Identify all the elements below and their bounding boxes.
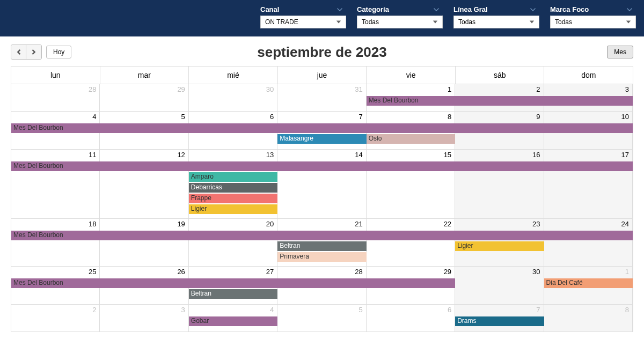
weekday-cell: sáb bbox=[456, 67, 545, 84]
day-cell[interactable]: 29 bbox=[100, 84, 188, 111]
event-bar[interactable]: Gobar bbox=[189, 316, 277, 326]
chevron-down-icon bbox=[336, 6, 343, 13]
weekday-cell: dom bbox=[544, 67, 633, 84]
chevron-down-icon bbox=[530, 6, 536, 13]
weekday-cell: lun bbox=[11, 67, 100, 84]
weekday-cell: mar bbox=[100, 67, 189, 84]
filter-label-text: Canal bbox=[260, 5, 279, 13]
event-bar[interactable]: Malasangre bbox=[277, 134, 366, 144]
event-bar[interactable]: Dia Del Café bbox=[544, 278, 633, 288]
day-cell[interactable]: 2 bbox=[11, 305, 100, 331]
week-row: 2526272829301Mes Del BourbonDia Del Café… bbox=[11, 266, 633, 304]
event-bar[interactable]: Mes Del Bourbon bbox=[11, 278, 455, 288]
event-bar[interactable]: Debarricas bbox=[189, 183, 277, 193]
filter-value: Todas bbox=[362, 18, 379, 26]
month-title: septiembre de 2023 bbox=[257, 44, 386, 61]
filter-label: Categoría bbox=[357, 5, 443, 13]
event-bar[interactable]: Mes Del Bourbon bbox=[367, 96, 633, 106]
day-cell[interactable]: 14 bbox=[277, 150, 366, 218]
day-cell[interactable]: 30 bbox=[189, 84, 277, 111]
day-cell[interactable]: 30 bbox=[455, 267, 544, 304]
event-bar[interactable]: Primavera bbox=[277, 252, 366, 262]
calendar-wrapper: Hoy septiembre de 2023 Mes lunmarmiéjuev… bbox=[0, 36, 644, 340]
day-cell[interactable]: 18 bbox=[11, 219, 100, 266]
day-cell[interactable]: 28 bbox=[11, 84, 100, 111]
event-bar[interactable]: Drams bbox=[455, 316, 544, 326]
filter-select[interactable]: Todas bbox=[453, 16, 539, 28]
day-cell[interactable]: 11 bbox=[11, 150, 100, 218]
today-button[interactable]: Hoy bbox=[46, 46, 71, 58]
chevron-down-icon bbox=[433, 19, 438, 25]
weekday-row: lunmarmiéjueviesábdom bbox=[11, 67, 633, 84]
filter-label-text: Marca Foco bbox=[550, 5, 589, 13]
weekday-cell: vie bbox=[367, 67, 456, 84]
day-cell[interactable]: 17 bbox=[544, 150, 633, 218]
chevron-down-icon bbox=[626, 19, 631, 25]
event-bar[interactable]: Mes Del Bourbon bbox=[11, 161, 633, 171]
nav-buttons bbox=[11, 45, 42, 60]
calendar-header: Hoy septiembre de 2023 Mes bbox=[11, 45, 633, 60]
filter-value: Todas bbox=[458, 18, 475, 26]
chevron-down-icon bbox=[336, 19, 341, 25]
filter-select[interactable]: ON TRADE bbox=[260, 16, 346, 28]
event-bar[interactable]: Mes Del Bourbon bbox=[11, 231, 633, 240]
filter-group: Marca Foco Todas bbox=[550, 5, 636, 28]
day-cell[interactable]: 15 bbox=[367, 150, 455, 218]
filter-label-text: Categoría bbox=[357, 5, 389, 13]
event-bar[interactable]: Ligier bbox=[189, 204, 277, 214]
event-bar[interactable]: Beltran bbox=[189, 289, 277, 299]
event-bar[interactable]: Amparo bbox=[189, 172, 277, 182]
week-row: 2345678GobarDrams bbox=[11, 304, 633, 331]
filter-value: ON TRADE bbox=[265, 18, 298, 26]
calendar-grid: lunmarmiéjueviesábdom 28293031123Mes Del… bbox=[11, 66, 633, 332]
prev-month-button[interactable] bbox=[11, 45, 26, 59]
day-cell[interactable]: 19 bbox=[100, 219, 188, 266]
week-row: 45678910Mes Del BourbonMalasangreOslo bbox=[11, 111, 633, 149]
chevron-down-icon bbox=[626, 6, 633, 13]
day-cell[interactable]: 16 bbox=[455, 150, 544, 218]
filter-select[interactable]: Todas bbox=[357, 16, 443, 28]
day-cell[interactable]: 24 bbox=[544, 219, 633, 266]
day-cell[interactable]: 6 bbox=[367, 305, 455, 331]
filter-label: Marca Foco bbox=[550, 5, 636, 13]
filter-value: Todas bbox=[555, 18, 572, 26]
day-cell[interactable]: 12 bbox=[100, 150, 188, 218]
chevron-left-icon bbox=[17, 49, 21, 55]
event-bar[interactable]: Mes Del Bourbon bbox=[11, 123, 633, 133]
weekday-cell: mié bbox=[189, 67, 278, 84]
filter-group: Categoría Todas bbox=[357, 5, 443, 28]
chevron-down-icon bbox=[433, 6, 440, 13]
filter-label-text: Línea Gral bbox=[453, 5, 488, 13]
week-row: 18192021222324Mes Del BourbonBeltranPrim… bbox=[11, 218, 633, 266]
nav-group: Hoy bbox=[11, 45, 71, 60]
event-bar[interactable]: Ligier bbox=[455, 241, 544, 251]
day-cell[interactable]: 5 bbox=[277, 305, 366, 331]
filter-label: Línea Gral bbox=[453, 5, 539, 13]
filter-group: Línea Gral Todas bbox=[453, 5, 539, 28]
day-cell[interactable]: 8 bbox=[544, 305, 633, 331]
week-row: 11121314151617Mes Del BourbonAmparoDebar… bbox=[11, 149, 633, 218]
view-month-button[interactable]: Mes bbox=[607, 46, 633, 58]
day-cell[interactable]: 20 bbox=[189, 219, 277, 266]
filter-bar: Canal ON TRADE Categoría Todas Línea Gra… bbox=[0, 0, 644, 36]
weekday-cell: jue bbox=[278, 67, 367, 84]
next-month-button[interactable] bbox=[26, 45, 41, 59]
event-bar[interactable]: Beltran bbox=[277, 241, 366, 251]
chevron-right-icon bbox=[32, 49, 36, 55]
filter-label: Canal bbox=[260, 5, 346, 13]
day-cell[interactable]: 3 bbox=[100, 305, 188, 331]
day-cell[interactable]: 31 bbox=[277, 84, 366, 111]
week-row: 28293031123Mes Del Bourbon bbox=[11, 84, 633, 111]
event-bar[interactable]: Oslo bbox=[367, 134, 455, 144]
chevron-down-icon bbox=[529, 19, 535, 25]
day-cell[interactable]: 22 bbox=[367, 219, 455, 266]
event-bar[interactable]: Frappe bbox=[189, 194, 277, 203]
filter-group: Canal ON TRADE bbox=[260, 5, 346, 28]
filter-select[interactable]: Todas bbox=[550, 16, 636, 28]
